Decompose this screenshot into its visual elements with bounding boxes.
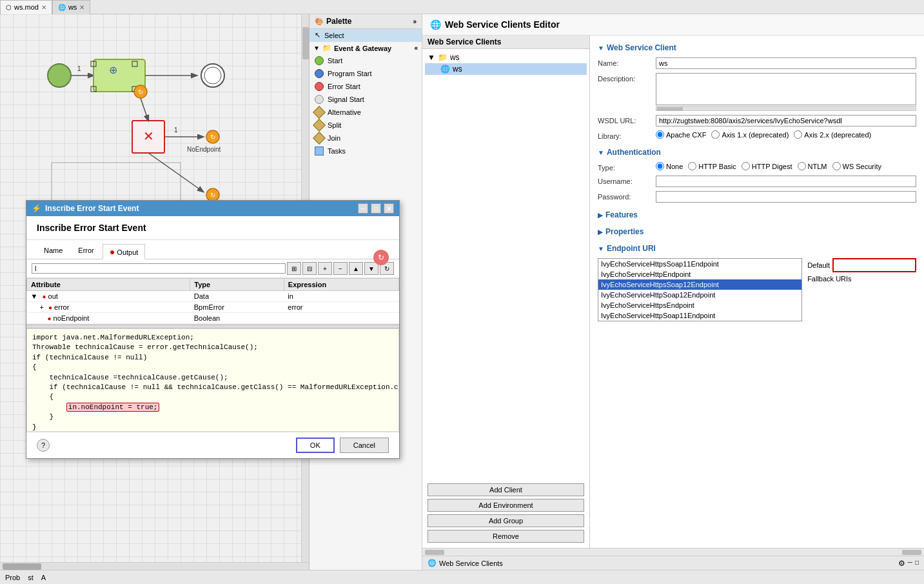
dialog-titlebar: ⚡ Inscribe Error Start Event ─ □ ✕ (26, 201, 399, 216)
dialog-minimize[interactable]: ─ (358, 203, 368, 214)
table-row[interactable]: ▼ ● out Data in (27, 291, 399, 302)
row-noendpoint-label: noEndpoint (54, 314, 90, 322)
row-out-type: Data (190, 291, 284, 302)
table-header: Attribute Type Expression (27, 279, 399, 291)
dialog-heading-area: Inscribe Error Start Event ↻ (26, 216, 399, 240)
dialog-error-icon: ↻ (373, 250, 389, 265)
table-body: ▼ ● out Data in + ● error BpmEr (27, 291, 399, 324)
dialog-tabs: Name Error ● Output (26, 240, 399, 259)
dialog-title-left: ⚡ Inscribe Error Start Event (32, 204, 139, 213)
attribute-table-container: Attribute Type Expression ▼ ● out Data i… (26, 278, 399, 325)
dialog-close[interactable]: ✕ (384, 203, 394, 214)
dialog-icon-small: ⚡ (32, 204, 41, 213)
dialog-heading: Inscribe Error Start Event (26, 216, 399, 240)
tab-output-dot: ● (110, 247, 115, 257)
col-type: Type (190, 279, 284, 291)
row-noendpoint-icon: ● (48, 315, 52, 322)
help-button[interactable]: ? (37, 439, 50, 452)
row-out-attr: ▼ ● out (27, 291, 190, 302)
dialog-titlebar-text: Inscribe Error Start Event (45, 204, 139, 213)
code-area-wrapper: ⚠ F + import java.net.MalformedURLExcept… (26, 325, 399, 432)
dialog-overlay: ⚡ Inscribe Error Start Event ─ □ ✕ Inscr… (0, 0, 924, 584)
dialog-toolbar: ⊞ ⊟ + − ▲ ▼ ↻ (26, 259, 399, 278)
row-noendpoint-attr: ● noEndpoint (27, 313, 190, 324)
dialog-tab-name[interactable]: Name (37, 244, 70, 259)
row-error-expr: error (284, 302, 398, 313)
row-out-label: out (48, 292, 58, 300)
code-text: import java.net.MalformedURLException; T… (32, 333, 383, 432)
add-attr-btn[interactable]: + (318, 262, 332, 275)
code-highlight: in.noEndpoint = true; (66, 403, 160, 412)
tab-output-label: Output (117, 248, 138, 256)
code-area[interactable]: import java.net.MalformedURLException; T… (26, 328, 399, 432)
row-error-expand: + (40, 303, 44, 311)
row-error-attr: + ● error (27, 302, 190, 313)
dialog-footer-right: OK Cancel (296, 438, 389, 453)
row-out-expand: ▼ (31, 292, 38, 300)
remove-attr-btn[interactable]: − (333, 262, 348, 275)
row-noendpoint-type: Boolean (190, 313, 284, 324)
dialog-footer: ? OK Cancel (26, 432, 399, 458)
expand-all-btn[interactable]: ⊞ (287, 262, 301, 275)
cancel-button[interactable]: Cancel (340, 438, 389, 453)
col-expression: Expression (284, 279, 398, 291)
dialog-controls: ─ □ ✕ (358, 203, 394, 214)
ok-button[interactable]: OK (296, 438, 335, 453)
dialog-tab-error[interactable]: Error (71, 244, 101, 259)
row-out-expr: in (284, 291, 398, 302)
col-attribute: Attribute (27, 279, 190, 291)
tab-name-label: Name (44, 247, 63, 254)
dialog-maximize[interactable]: □ (371, 203, 381, 214)
search-input[interactable] (32, 263, 286, 274)
row-error-icon: ● (48, 304, 52, 311)
row-noendpoint-expr (284, 313, 398, 324)
move-up-btn[interactable]: ▲ (349, 262, 363, 275)
table-row[interactable]: ● noEndpoint Boolean (27, 313, 399, 324)
row-out-icon: ● (42, 293, 46, 300)
dialog-tab-output[interactable]: ● Output (103, 244, 146, 259)
table-row[interactable]: + ● error BpmError error (27, 302, 399, 313)
collapse-all-btn[interactable]: ⊟ (302, 262, 317, 275)
attribute-table: Attribute Type Expression ▼ ● out Data i… (26, 278, 399, 324)
row-error-type: BpmError (190, 302, 284, 313)
tab-error-label: Error (78, 247, 93, 254)
inscribe-dialog: ⚡ Inscribe Error Start Event ─ □ ✕ Inscr… (26, 200, 400, 459)
row-error-label: error (54, 303, 69, 311)
